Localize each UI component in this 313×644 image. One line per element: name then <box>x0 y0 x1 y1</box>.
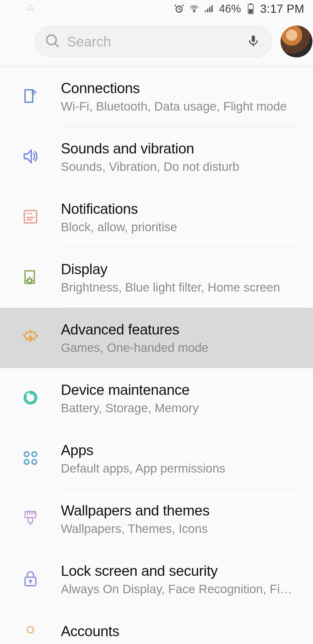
item-subtitle: Games, One-handed mode <box>61 341 300 355</box>
item-title: Accounts <box>61 623 300 640</box>
settings-item-device-maintenance[interactable]: Device maintenance Battery, Storage, Mem… <box>0 368 313 428</box>
search-field[interactable] <box>35 26 272 57</box>
settings-item-connections[interactable]: Connections Wi-Fi, Bluetooth, Data usage… <box>0 66 313 127</box>
item-subtitle: Wallpapers, Themes, Icons <box>61 522 300 536</box>
battery-icon <box>245 3 256 14</box>
settings-item-notifications[interactable]: Notifications Block, allow, prioritise <box>0 187 313 247</box>
mic-icon[interactable] <box>247 34 260 49</box>
svg-rect-5 <box>212 5 213 12</box>
notifications-icon <box>21 207 40 227</box>
accounts-icon <box>21 623 40 643</box>
svg-point-20 <box>32 452 37 457</box>
svg-point-1 <box>194 11 195 12</box>
device-maintenance-icon <box>21 388 40 408</box>
item-title: Wallpapers and themes <box>61 502 300 519</box>
svg-point-19 <box>24 452 29 457</box>
item-subtitle: Wi-Fi, Bluetooth, Data usage, Flight mod… <box>61 100 300 113</box>
item-title: Advanced features <box>61 321 300 338</box>
settings-item-wallpapers[interactable]: Wallpapers and themes Wallpapers, Themes… <box>0 489 313 549</box>
svg-point-17 <box>28 279 32 283</box>
connections-icon <box>21 87 40 106</box>
svg-rect-2 <box>205 10 206 12</box>
svg-point-26 <box>27 627 33 633</box>
settings-item-accounts[interactable]: Accounts <box>0 609 313 644</box>
item-subtitle: Brightness, Blue light filter, Home scre… <box>61 281 300 294</box>
settings-item-lock-screen[interactable]: Lock screen and security Always On Displ… <box>0 549 313 609</box>
svg-rect-10 <box>252 35 255 42</box>
item-subtitle: Default apps, App permissions <box>61 462 300 475</box>
battery-percent: 46% <box>219 3 241 15</box>
settings-list: Connections Wi-Fi, Bluetooth, Data usage… <box>0 66 313 644</box>
settings-item-sounds[interactable]: Sounds and vibration Sounds, Vibration, … <box>0 127 313 187</box>
status-bar: 46% 3:17 PM <box>0 0 313 17</box>
item-title: Sounds and vibration <box>61 140 300 157</box>
item-title: Lock screen and security <box>61 562 300 579</box>
svg-point-25 <box>30 580 31 582</box>
svg-rect-7 <box>249 3 252 5</box>
display-icon <box>21 268 40 287</box>
clock-time: 3:17 PM <box>260 2 304 15</box>
advanced-icon <box>21 328 40 348</box>
settings-item-apps[interactable]: Apps Default apps, App permissions <box>0 428 313 489</box>
settings-item-display[interactable]: Display Brightness, Blue light filter, H… <box>0 247 313 308</box>
item-subtitle: Always On Display, Face Recognition, Fi… <box>61 582 300 596</box>
settings-item-advanced-features[interactable]: Advanced features Games, One-handed mode <box>0 308 313 368</box>
mute-icon <box>25 3 36 14</box>
profile-avatar[interactable] <box>281 26 312 57</box>
alarm-icon <box>174 3 185 14</box>
svg-rect-8 <box>249 9 252 13</box>
item-title: Display <box>61 261 300 278</box>
search-row <box>0 17 313 66</box>
item-subtitle: Block, allow, prioritise <box>61 220 300 234</box>
lock-icon <box>21 569 40 589</box>
item-title: Connections <box>61 80 300 97</box>
svg-rect-4 <box>209 7 211 12</box>
svg-point-9 <box>47 35 56 45</box>
svg-rect-11 <box>24 211 37 223</box>
wifi-icon <box>189 3 200 14</box>
svg-point-21 <box>24 460 29 464</box>
speaker-icon <box>21 147 40 167</box>
item-subtitle: Sounds, Vibration, Do not disturb <box>61 160 300 174</box>
svg-point-22 <box>32 460 37 464</box>
search-input[interactable] <box>67 34 240 50</box>
brush-icon <box>21 509 40 529</box>
search-icon <box>44 33 61 50</box>
item-title: Device maintenance <box>61 381 300 398</box>
svg-rect-3 <box>207 9 209 12</box>
item-title: Apps <box>61 442 300 459</box>
item-title: Notifications <box>61 200 300 217</box>
apps-icon <box>21 449 40 468</box>
signal-icon <box>204 3 215 14</box>
item-subtitle: Battery, Storage, Memory <box>61 401 300 415</box>
